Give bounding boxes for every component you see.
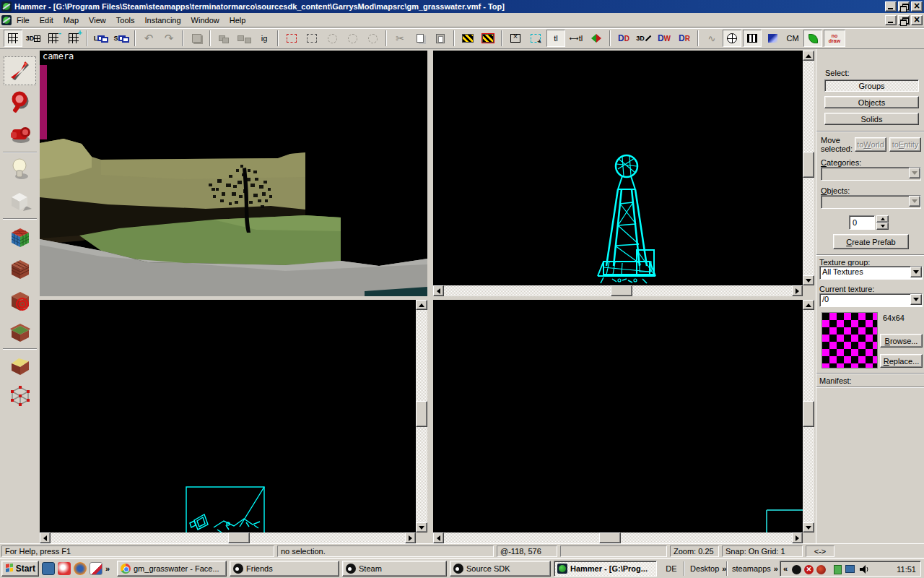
- menu-tools[interactable]: Tools: [111, 14, 140, 27]
- entity-tool-button[interactable]: [4, 155, 36, 184]
- scroll-down-button[interactable]: [416, 522, 427, 532]
- toggle-fence-preview-button[interactable]: [743, 30, 762, 47]
- mdi-close-button[interactable]: [911, 15, 923, 25]
- desktop-toolbar[interactable]: Desktop »: [687, 561, 729, 577]
- scroll-up-button[interactable]: [416, 300, 427, 310]
- viewport-3d-camera[interactable]: camera: [40, 51, 427, 296]
- select-groups-button[interactable]: Groups: [824, 79, 919, 92]
- scroll-down-button[interactable]: [803, 522, 814, 532]
- scrollbar-thumb[interactable]: [803, 152, 814, 178]
- safely-remove-hardware-icon[interactable]: [834, 565, 842, 574]
- menu-edit[interactable]: Edit: [35, 14, 58, 27]
- steam-tray-icon[interactable]: [792, 565, 801, 574]
- tray-collapse-chevron[interactable]: «: [783, 564, 788, 573]
- spin-down-button[interactable]: [876, 223, 889, 230]
- morph-scale-button[interactable]: [323, 30, 341, 47]
- foliage-preview-button[interactable]: [803, 30, 822, 47]
- ignore-groups-button[interactable]: ig: [255, 30, 274, 47]
- scrollbar-thumb[interactable]: [803, 401, 814, 427]
- viewport-2d-side[interactable]: [433, 300, 803, 532]
- nodraw-preview-button[interactable]: no draw: [824, 30, 845, 47]
- displacement-3d-button[interactable]: 3D: [635, 30, 653, 47]
- vertex-tool-button[interactable]: [4, 381, 36, 410]
- displacement-walkable-button[interactable]: DW: [655, 30, 674, 47]
- current-texture-combobox[interactable]: /0: [819, 293, 923, 307]
- restore-button[interactable]: [898, 1, 910, 12]
- load-window-state-button[interactable]: L: [92, 30, 110, 47]
- overlay-tool-button[interactable]: [4, 318, 36, 347]
- viewport-2d-front[interactable]: [40, 300, 416, 532]
- network-tray-icon[interactable]: [845, 565, 855, 573]
- toggle-selection-bounds-button[interactable]: [506, 30, 525, 47]
- firefox-quicklaunch-icon[interactable]: [74, 562, 87, 575]
- menu-file[interactable]: File: [12, 14, 35, 27]
- flame-tray-icon[interactable]: [816, 565, 826, 574]
- horizontal-scrollbar[interactable]: [40, 532, 416, 543]
- toggle-auto-selection-button[interactable]: [302, 30, 321, 47]
- steamapps-toolbar[interactable]: steamapps »: [729, 561, 781, 577]
- dropdown-arrow-icon[interactable]: [909, 196, 920, 207]
- flip-button[interactable]: [587, 30, 606, 47]
- horizontal-scrollbar[interactable]: [433, 532, 803, 543]
- scroll-up-button[interactable]: [803, 300, 814, 310]
- language-indicator[interactable]: DE: [661, 561, 681, 577]
- drag-select-button[interactable]: [526, 30, 545, 47]
- apply-decals-tool-button[interactable]: [4, 286, 36, 315]
- mdi-restore-button[interactable]: [898, 15, 910, 25]
- texture-preview[interactable]: [821, 312, 878, 368]
- mdi-minimize-button[interactable]: [885, 15, 897, 25]
- save-window-state-button[interactable]: S: [112, 30, 131, 47]
- hide-unselected-button[interactable]: [479, 30, 497, 47]
- texture-lock-button[interactable]: tl: [546, 30, 565, 47]
- dropdown-arrow-icon[interactable]: [910, 294, 922, 305]
- task-friends[interactable]: Friends: [230, 561, 339, 577]
- dropdown-arrow-icon[interactable]: [910, 267, 922, 277]
- vertical-scrollbar[interactable]: [803, 51, 814, 285]
- dropdown-arrow-icon[interactable]: [909, 168, 920, 178]
- quicklaunch-overflow-chevron[interactable]: »: [105, 564, 110, 573]
- vertical-scrollbar[interactable]: [416, 300, 427, 532]
- scrollbar-thumb[interactable]: [228, 532, 250, 543]
- menu-view[interactable]: View: [84, 14, 111, 27]
- apply-current-texture-tool-button[interactable]: [4, 254, 36, 283]
- select-objects-button[interactable]: Objects: [824, 96, 919, 108]
- smaller-grid-button[interactable]: -: [44, 30, 63, 47]
- cordon-edit-button[interactable]: ∿: [702, 30, 721, 47]
- scroll-left-button[interactable]: [433, 285, 444, 296]
- close-button[interactable]: [911, 1, 923, 12]
- displacement-solid-button[interactable]: DD: [614, 30, 633, 47]
- texture-application-tool-button[interactable]: [4, 223, 36, 251]
- toggle-3d-grid-button[interactable]: 3D: [24, 30, 43, 47]
- mdi-child-icon[interactable]: [1, 15, 12, 25]
- volume-tray-icon[interactable]: [858, 564, 870, 576]
- scroll-right-button[interactable]: [792, 532, 803, 543]
- menu-map[interactable]: Map: [58, 14, 84, 27]
- texture-group-combobox[interactable]: All Textures: [819, 266, 923, 280]
- scrollbar-thumb[interactable]: [599, 532, 621, 543]
- steamapps-toolbar-chevron[interactable]: »: [774, 564, 778, 573]
- prefab-count-input[interactable]: 0: [849, 215, 875, 230]
- viewport-2d-top[interactable]: [433, 51, 803, 285]
- task-steam[interactable]: Steam: [342, 561, 447, 577]
- scroll-left-button[interactable]: [433, 532, 444, 543]
- scroll-up-button[interactable]: [803, 51, 814, 61]
- browser-quicklaunch-icon[interactable]: [58, 562, 71, 575]
- vertical-scrollbar[interactable]: [803, 300, 814, 532]
- show-desktop-icon[interactable]: [42, 562, 55, 575]
- menu-instancing[interactable]: Instancing: [139, 14, 186, 27]
- browse-button[interactable]: Browse...: [880, 334, 923, 348]
- scrollbar-thumb[interactable]: [416, 401, 427, 427]
- block-tool-button[interactable]: [4, 186, 36, 215]
- copy-button[interactable]: [411, 30, 430, 47]
- morph-shear-button[interactable]: [363, 30, 382, 47]
- group-button[interactable]: [214, 30, 233, 47]
- paste-button[interactable]: [431, 30, 450, 47]
- carve-button[interactable]: [187, 30, 206, 47]
- ungroup-button[interactable]: [235, 30, 253, 47]
- texture-scale-lock-button[interactable]: ⟷tl: [567, 30, 585, 47]
- create-prefab-button[interactable]: Create Prefab: [833, 234, 909, 249]
- menu-window[interactable]: Window: [186, 14, 225, 27]
- larger-grid-button[interactable]: +: [64, 30, 83, 47]
- camera-tool-button[interactable]: [4, 120, 36, 149]
- to-entity-button[interactable]: toEntity: [889, 137, 921, 152]
